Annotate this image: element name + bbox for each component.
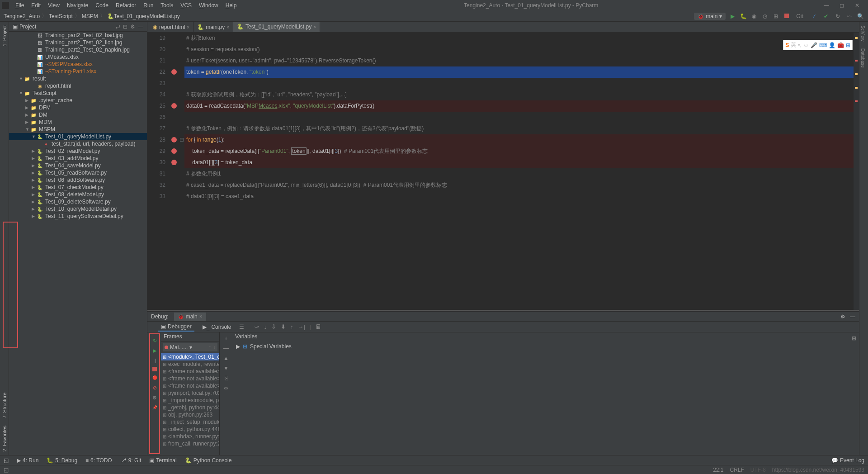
stack-frame[interactable]: _importtestmodule, py... [161,397,219,404]
stack-frame[interactable]: <frame not available> [161,382,219,389]
code-line[interactable]: # 获取原始测试用例，格式为：[["id", "url", "headers",… [184,89,854,100]
ime-lang[interactable]: 英 [791,41,796,49]
concurrency-button[interactable]: ⊞ [772,13,780,19]
tree-item[interactable]: UMcases.xlsx [9,53,147,61]
thread-dropdown-icon[interactable]: ☰ [239,324,244,330]
next-frame-icon[interactable]: ↓ [213,344,216,351]
git-rollback-icon[interactable]: ⤺ [845,13,854,19]
close-icon[interactable]: × [199,313,203,320]
ime-toolbar[interactable]: S 英 •, ☺ 🎤 ⌨ 👤 🧰 ⊞ [783,40,853,50]
menu-navigate[interactable]: Navigate [63,2,92,9]
more-icon[interactable]: 👤 [829,42,835,48]
stack-frame[interactable]: collect, python.py:448 [161,426,219,433]
collapse-icon[interactable]: ▣ [13,24,18,30]
code-line[interactable]: # data01[0][3] = case1_data [184,191,854,202]
show-windows-icon[interactable]: ◱ [4,457,9,464]
breakpoint-icon[interactable] [171,103,177,109]
tree-item[interactable]: ▼MSPM [9,126,147,133]
expand-icon[interactable]: ▶ [236,343,240,350]
pause-icon[interactable] [151,357,158,364]
stack-frame[interactable]: <module>, Test_01_q... [161,353,219,360]
tree-item[interactable]: ~$Training-Part1.xlsx [9,68,147,75]
tree-item[interactable]: test_start(id, url, headers, payload) [9,140,147,147]
menu-run[interactable]: Run [140,2,157,9]
line-separator[interactable]: CRLF [730,467,744,473]
tree-item[interactable]: ▶Test_05_readSoftware.py [9,169,147,176]
breadcrumb[interactable]: Tengine2_Auto [4,13,40,19]
tree-item[interactable]: ▶Test_06_addSoftware.py [9,176,147,184]
editor-tab[interactable]: report.html× [149,22,193,32]
tree-item[interactable]: ▶Test_03_addModel.py [9,155,147,162]
stack-frame[interactable]: from_call, runner.py:24 [161,440,219,447]
close-tab-icon[interactable]: × [187,25,189,30]
menu-code[interactable]: Code [92,2,112,9]
debug-settings-icon[interactable]: ⚙ [840,313,845,320]
code-line[interactable]: # 获取token [184,33,854,44]
minimize-button[interactable]: — [822,2,831,9]
view-breakpoints-icon[interactable] [151,374,158,381]
tree-item[interactable]: Training_part2_Test_02_napkin.jpg [9,46,147,53]
console-tab[interactable]: ▶_ Console [200,323,234,331]
variable-item[interactable]: ▶ ⊞ Special Variables [236,343,845,350]
tree-item[interactable]: ▼result [9,75,147,82]
tree-item[interactable]: ▶Test_04_saveModel.py [9,162,147,169]
status-icon[interactable]: ◱ [4,467,9,473]
code-line[interactable] [184,112,854,123]
tree-item[interactable]: Training_part2_Test_02_lion.jpg [9,39,147,46]
editor-tab[interactable]: Test_01_queryModelList.py× [233,22,320,32]
step-over-icon[interactable]: ⤻ [254,323,259,330]
breakpoint-icon[interactable] [171,148,177,154]
code-line[interactable]: # 参数化Token，例如：请求参数是 data01[1][3]，其中1代表"i… [184,123,854,134]
debug-button[interactable] [739,13,747,19]
layout-icon[interactable]: ⊞ [852,335,856,341]
bottom-tab[interactable]: 🐍Python Console [185,457,232,464]
stack-frame[interactable]: <lambda>, runner.py:3... [161,433,219,440]
thread-selector[interactable]: Mai...... ↑ ↓ [163,343,217,351]
close-button[interactable]: ✕ [853,2,862,9]
breadcrumb[interactable]: TestScript [49,13,73,19]
tool2-icon[interactable]: ⊞ [846,42,850,48]
debug-settings-icon[interactable] [151,394,158,401]
favorites-tool-tab[interactable]: 2: Favorites [1,422,8,455]
maximize-button[interactable]: ◻ [837,2,846,9]
stack-frame[interactable]: exec_module, rewrite... [161,360,219,368]
tree-item[interactable]: report.html [9,82,147,90]
mute-breakpoints-icon[interactable] [151,384,158,391]
step-out-icon[interactable]: ↑ [290,323,293,330]
close-tab-icon[interactable]: × [226,25,229,30]
code-line[interactable]: # case1_data = replaceData([["Param002",… [184,180,854,191]
tree-item[interactable]: ▼TestScript [9,90,147,97]
coverage-button[interactable] [750,13,758,19]
down-icon[interactable]: ▼ [223,365,229,371]
step-into-my-icon[interactable]: ⇩ [271,323,276,330]
tree-item[interactable]: ▶Test_11_querySoftwareDetail.py [9,213,147,220]
search-everywhere-icon[interactable]: 🔍 [856,13,864,19]
menu-tools[interactable]: Tools [157,2,177,9]
emoji-icon[interactable]: ☺ [803,42,809,48]
copy-icon[interactable]: ⎘ [225,375,228,381]
link-icon[interactable]: ∞ [224,385,228,391]
close-tab-icon[interactable]: × [313,24,316,29]
stack-frame[interactable]: obj, python.py:263 [161,411,219,418]
code-line[interactable] [184,78,854,89]
code-line[interactable]: # 参数化用例1 [184,168,854,180]
stop-icon[interactable] [152,367,157,371]
profile-button[interactable]: ◷ [761,13,769,19]
add-watch-icon[interactable]: + [224,335,227,341]
stack-frame[interactable]: _inject_setup_module_f... [161,418,219,426]
stack-frame[interactable]: _getobj, python.py:443 [161,404,219,411]
tree-item[interactable]: ▶Test_07_checkModel.py [9,184,147,191]
rerun-icon[interactable]: ↻ [151,337,158,344]
collapse-all-icon[interactable]: ⊟ [123,24,127,30]
code-line[interactable]: for i in range(1): [184,134,854,146]
hide-panel-icon[interactable]: — [138,24,143,30]
pin-tab-icon[interactable] [151,404,158,411]
stack-frame[interactable]: <frame not available> [161,375,219,382]
debug-session-tab[interactable]: main × [174,313,206,321]
code-line[interactable]: token = getattr(oneToken, "token") [184,66,854,78]
run-config-selector[interactable]: main [694,13,726,20]
resume-icon[interactable] [151,347,158,354]
step-into-icon[interactable]: ↓ [264,323,267,330]
editor-tab[interactable]: main.py× [193,22,233,32]
menu-view[interactable]: View [44,2,63,9]
